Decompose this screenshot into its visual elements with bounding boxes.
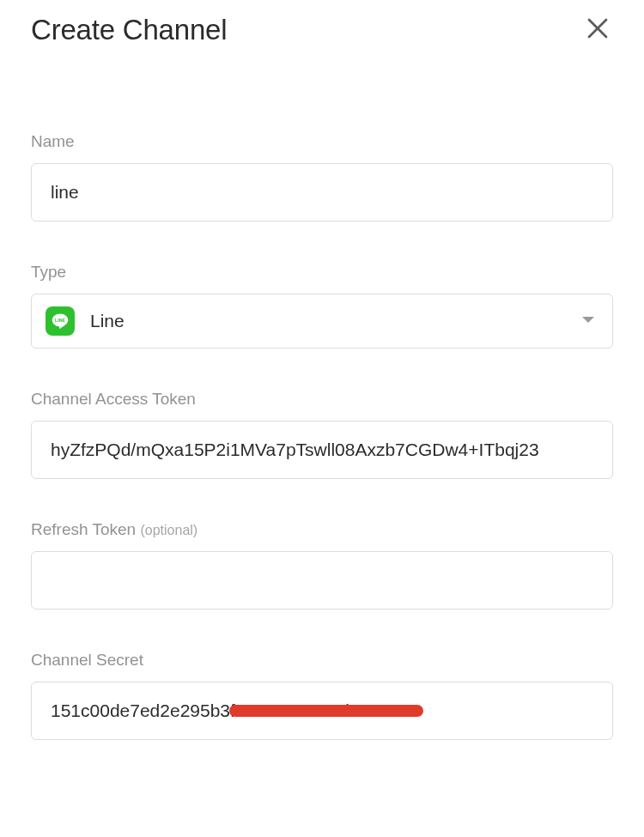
line-app-icon: LINE: [46, 306, 75, 336]
access-token-label: Channel Access Token: [31, 390, 613, 409]
refresh-token-field: Refresh Token (optional): [31, 520, 613, 610]
close-button[interactable]: [582, 15, 613, 45]
refresh-token-label-text: Refresh Token: [31, 520, 136, 538]
type-select-value: Line: [90, 311, 581, 331]
type-label: Type: [31, 263, 613, 282]
access-token-field: Channel Access Token: [31, 390, 613, 479]
refresh-token-label: Refresh Token (optional): [31, 520, 613, 539]
close-icon: [585, 15, 611, 45]
channel-secret-label: Channel Secret: [31, 651, 613, 670]
access-token-input[interactable]: [31, 421, 613, 479]
channel-secret-field: Channel Secret: [31, 651, 613, 740]
name-input[interactable]: [31, 163, 613, 221]
channel-secret-input[interactable]: [31, 682, 613, 740]
channel-secret-input-wrap: [31, 682, 613, 740]
refresh-token-optional-text: (optional): [140, 523, 197, 537]
dialog-title: Create Channel: [31, 14, 227, 46]
refresh-token-input[interactable]: [31, 551, 613, 610]
name-field: Name: [31, 132, 613, 221]
chevron-down-icon: [581, 313, 595, 329]
dialog-header: Create Channel: [31, 14, 613, 46]
svg-text:LINE: LINE: [55, 318, 65, 323]
type-select[interactable]: LINE Line: [31, 294, 613, 349]
type-field: Type LINE Line: [31, 263, 613, 349]
name-label: Name: [31, 132, 613, 151]
